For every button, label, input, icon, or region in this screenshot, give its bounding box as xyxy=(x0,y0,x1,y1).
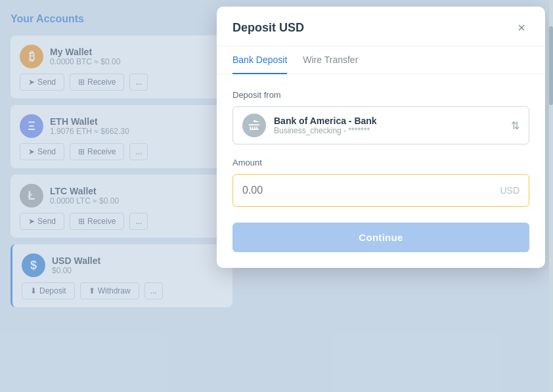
modal-header: Deposit USD × xyxy=(217,7,545,47)
modal-tabs: Bank Deposit Wire Transfer xyxy=(217,47,545,74)
currency-label: USD xyxy=(500,185,520,196)
chevron-updown-icon: ⇅ xyxy=(511,120,520,132)
tab-wire-transfer[interactable]: Wire Transfer xyxy=(303,47,358,74)
modal-title: Deposit USD xyxy=(232,21,304,35)
bank-selector[interactable]: Bank of America - Bank Business_checking… xyxy=(232,106,529,144)
scroll-thumb[interactable] xyxy=(549,26,553,105)
close-button[interactable]: × xyxy=(514,20,529,35)
scrollbar[interactable] xyxy=(549,0,553,392)
bank-sub: Business_checking - ******* xyxy=(274,126,511,135)
bank-name: Bank of America - Bank xyxy=(274,116,511,126)
tab-bank-deposit[interactable]: Bank Deposit xyxy=(232,47,287,74)
bank-building-icon xyxy=(248,119,261,132)
deposit-from-label: Deposit from xyxy=(232,90,529,100)
amount-input-wrap: USD xyxy=(232,174,529,207)
modal-body: Deposit from Bank of America - Bank Busi… xyxy=(217,74,545,268)
amount-label: Amount xyxy=(232,158,529,167)
continue-button[interactable]: Continue xyxy=(232,223,529,252)
bank-icon xyxy=(242,114,266,137)
amount-input[interactable] xyxy=(242,185,500,196)
deposit-modal: Deposit USD × Bank Deposit Wire Transfer… xyxy=(217,7,545,268)
